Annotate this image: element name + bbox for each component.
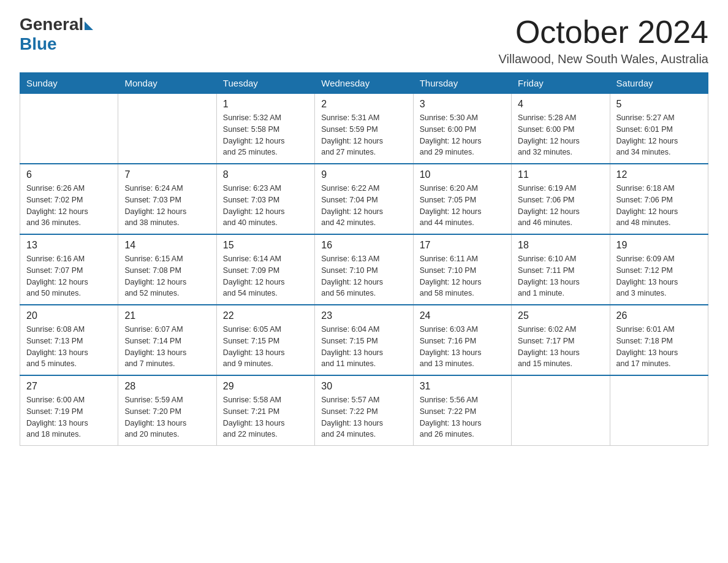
- day-number: 31: [420, 381, 505, 392]
- day-cell: 18Sunrise: 6:10 AM Sunset: 7:11 PM Dayli…: [512, 234, 610, 305]
- week-row-5: 27Sunrise: 6:00 AM Sunset: 7:19 PM Dayli…: [20, 375, 708, 446]
- day-cell: 9Sunrise: 6:22 AM Sunset: 7:04 PM Daylig…: [315, 164, 413, 234]
- day-cell: 16Sunrise: 6:13 AM Sunset: 7:10 PM Dayli…: [315, 234, 413, 305]
- day-cell: 24Sunrise: 6:03 AM Sunset: 7:16 PM Dayli…: [413, 305, 511, 375]
- day-cell: 8Sunrise: 6:23 AM Sunset: 7:03 PM Daylig…: [216, 164, 314, 234]
- day-info: Sunrise: 6:18 AM Sunset: 7:06 PM Dayligh…: [616, 183, 702, 229]
- day-cell: 23Sunrise: 6:04 AM Sunset: 7:15 PM Dayli…: [315, 305, 413, 375]
- day-number: 27: [26, 381, 112, 392]
- day-number: 6: [26, 169, 112, 180]
- title-section: October 2024 Villawood, New South Wales,…: [499, 15, 708, 66]
- week-row-1: 1Sunrise: 5:32 AM Sunset: 5:58 PM Daylig…: [20, 94, 708, 164]
- day-cell: [118, 94, 216, 164]
- calendar-header-row: SundayMondayTuesdayWednesdayThursdayFrid…: [20, 73, 708, 94]
- month-title: October 2024: [499, 15, 708, 50]
- day-cell: 10Sunrise: 6:20 AM Sunset: 7:05 PM Dayli…: [413, 164, 511, 234]
- day-info: Sunrise: 6:01 AM Sunset: 7:18 PM Dayligh…: [616, 324, 702, 370]
- day-info: Sunrise: 6:15 AM Sunset: 7:08 PM Dayligh…: [124, 253, 210, 299]
- day-number: 20: [26, 310, 112, 321]
- day-number: 18: [518, 240, 603, 251]
- day-number: 25: [518, 310, 603, 321]
- day-info: Sunrise: 5:56 AM Sunset: 7:22 PM Dayligh…: [420, 394, 505, 440]
- day-number: 23: [321, 310, 406, 321]
- day-number: 17: [420, 240, 505, 251]
- day-cell: 31Sunrise: 5:56 AM Sunset: 7:22 PM Dayli…: [413, 375, 511, 446]
- day-info: Sunrise: 5:59 AM Sunset: 7:20 PM Dayligh…: [124, 394, 210, 440]
- day-cell: [20, 94, 118, 164]
- day-number: 16: [321, 240, 406, 251]
- header-tuesday: Tuesday: [216, 73, 314, 94]
- day-info: Sunrise: 6:16 AM Sunset: 7:07 PM Dayligh…: [26, 253, 112, 299]
- day-info: Sunrise: 6:05 AM Sunset: 7:15 PM Dayligh…: [223, 324, 308, 370]
- day-number: 28: [124, 381, 210, 392]
- day-cell: 22Sunrise: 6:05 AM Sunset: 7:15 PM Dayli…: [216, 305, 314, 375]
- day-cell: 13Sunrise: 6:16 AM Sunset: 7:07 PM Dayli…: [20, 234, 118, 305]
- day-number: 7: [124, 169, 210, 180]
- day-number: 24: [420, 310, 505, 321]
- day-cell: 25Sunrise: 6:02 AM Sunset: 7:17 PM Dayli…: [512, 305, 610, 375]
- day-cell: 15Sunrise: 6:14 AM Sunset: 7:09 PM Dayli…: [216, 234, 314, 305]
- logo-general-text: General: [20, 15, 83, 34]
- day-cell: 5Sunrise: 5:27 AM Sunset: 6:01 PM Daylig…: [610, 94, 708, 164]
- day-info: Sunrise: 6:10 AM Sunset: 7:11 PM Dayligh…: [518, 253, 603, 299]
- day-cell: 4Sunrise: 5:28 AM Sunset: 6:00 PM Daylig…: [512, 94, 610, 164]
- logo-blue-text: Blue: [20, 34, 93, 54]
- header-friday: Friday: [512, 73, 610, 94]
- day-info: Sunrise: 5:31 AM Sunset: 5:59 PM Dayligh…: [321, 112, 406, 158]
- day-info: Sunrise: 5:32 AM Sunset: 5:58 PM Dayligh…: [223, 112, 308, 158]
- day-number: 19: [616, 240, 702, 251]
- day-info: Sunrise: 6:24 AM Sunset: 7:03 PM Dayligh…: [124, 183, 210, 229]
- day-cell: 29Sunrise: 5:58 AM Sunset: 7:21 PM Dayli…: [216, 375, 314, 446]
- day-number: 10: [420, 169, 505, 180]
- day-number: 14: [124, 240, 210, 251]
- logo-triangle-icon: [85, 21, 93, 30]
- day-info: Sunrise: 5:58 AM Sunset: 7:21 PM Dayligh…: [223, 394, 308, 440]
- header-monday: Monday: [118, 73, 216, 94]
- day-number: 22: [223, 310, 308, 321]
- day-cell: 6Sunrise: 6:26 AM Sunset: 7:02 PM Daylig…: [20, 164, 118, 234]
- day-cell: 30Sunrise: 5:57 AM Sunset: 7:22 PM Dayli…: [315, 375, 413, 446]
- day-cell: 26Sunrise: 6:01 AM Sunset: 7:18 PM Dayli…: [610, 305, 708, 375]
- day-cell: [610, 375, 708, 446]
- location-subtitle: Villawood, New South Wales, Australia: [499, 52, 708, 66]
- day-cell: 21Sunrise: 6:07 AM Sunset: 7:14 PM Dayli…: [118, 305, 216, 375]
- day-number: 3: [420, 99, 505, 110]
- day-cell: 7Sunrise: 6:24 AM Sunset: 7:03 PM Daylig…: [118, 164, 216, 234]
- day-info: Sunrise: 6:09 AM Sunset: 7:12 PM Dayligh…: [616, 253, 702, 299]
- day-info: Sunrise: 6:04 AM Sunset: 7:15 PM Dayligh…: [321, 324, 406, 370]
- day-info: Sunrise: 6:26 AM Sunset: 7:02 PM Dayligh…: [26, 183, 112, 229]
- day-cell: 27Sunrise: 6:00 AM Sunset: 7:19 PM Dayli…: [20, 375, 118, 446]
- day-number: 2: [321, 99, 406, 110]
- day-info: Sunrise: 6:02 AM Sunset: 7:17 PM Dayligh…: [518, 324, 603, 370]
- day-cell: 11Sunrise: 6:19 AM Sunset: 7:06 PM Dayli…: [512, 164, 610, 234]
- day-number: 12: [616, 169, 702, 180]
- day-cell: 12Sunrise: 6:18 AM Sunset: 7:06 PM Dayli…: [610, 164, 708, 234]
- day-info: Sunrise: 6:23 AM Sunset: 7:03 PM Dayligh…: [223, 183, 308, 229]
- day-info: Sunrise: 6:14 AM Sunset: 7:09 PM Dayligh…: [223, 253, 308, 299]
- day-number: 13: [26, 240, 112, 251]
- day-info: Sunrise: 6:08 AM Sunset: 7:13 PM Dayligh…: [26, 324, 112, 370]
- day-number: 9: [321, 169, 406, 180]
- day-cell: 14Sunrise: 6:15 AM Sunset: 7:08 PM Dayli…: [118, 234, 216, 305]
- day-info: Sunrise: 6:19 AM Sunset: 7:06 PM Dayligh…: [518, 183, 603, 229]
- day-info: Sunrise: 6:11 AM Sunset: 7:10 PM Dayligh…: [420, 253, 505, 299]
- day-info: Sunrise: 6:22 AM Sunset: 7:04 PM Dayligh…: [321, 183, 406, 229]
- day-number: 15: [223, 240, 308, 251]
- day-cell: 17Sunrise: 6:11 AM Sunset: 7:10 PM Dayli…: [413, 234, 511, 305]
- day-cell: 19Sunrise: 6:09 AM Sunset: 7:12 PM Dayli…: [610, 234, 708, 305]
- day-info: Sunrise: 6:20 AM Sunset: 7:05 PM Dayligh…: [420, 183, 505, 229]
- logo: General Blue: [20, 15, 93, 54]
- day-info: Sunrise: 5:30 AM Sunset: 6:00 PM Dayligh…: [420, 112, 505, 158]
- day-info: Sunrise: 6:03 AM Sunset: 7:16 PM Dayligh…: [420, 324, 505, 370]
- day-number: 26: [616, 310, 702, 321]
- day-number: 30: [321, 381, 406, 392]
- day-number: 21: [124, 310, 210, 321]
- day-number: 1: [223, 99, 308, 110]
- day-info: Sunrise: 6:13 AM Sunset: 7:10 PM Dayligh…: [321, 253, 406, 299]
- day-cell: 1Sunrise: 5:32 AM Sunset: 5:58 PM Daylig…: [216, 94, 314, 164]
- day-info: Sunrise: 6:07 AM Sunset: 7:14 PM Dayligh…: [124, 324, 210, 370]
- header-sunday: Sunday: [20, 73, 118, 94]
- week-row-4: 20Sunrise: 6:08 AM Sunset: 7:13 PM Dayli…: [20, 305, 708, 375]
- day-info: Sunrise: 5:57 AM Sunset: 7:22 PM Dayligh…: [321, 394, 406, 440]
- day-info: Sunrise: 6:00 AM Sunset: 7:19 PM Dayligh…: [26, 394, 112, 440]
